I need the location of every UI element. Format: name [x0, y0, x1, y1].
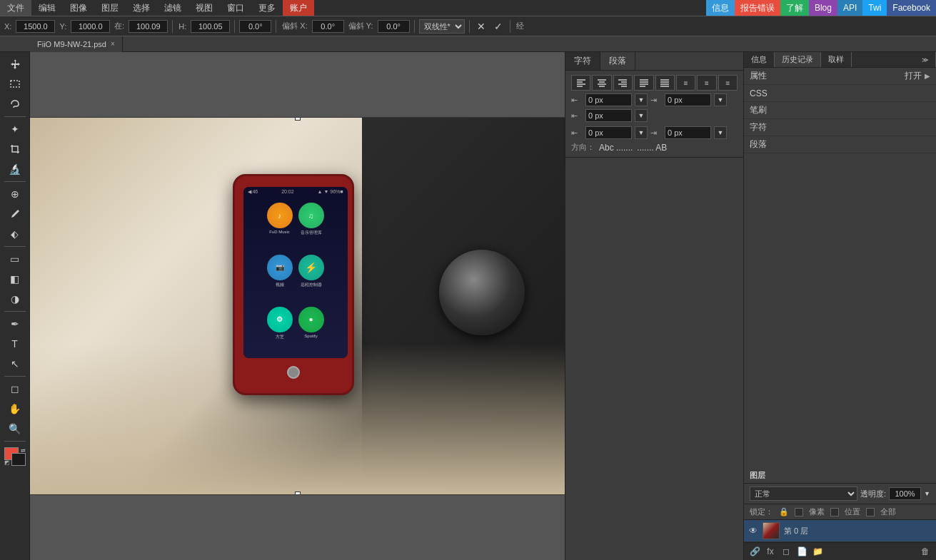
tab-info[interactable]: 信息 — [744, 52, 775, 67]
tool-eyedropper[interactable]: 🔬 — [3, 160, 27, 178]
align-justify[interactable] — [634, 75, 653, 91]
nav-more[interactable]: 更多 — [251, 0, 283, 16]
tool-move[interactable] — [3, 55, 27, 73]
nav-select[interactable]: 选择 — [126, 0, 157, 16]
toolbar-confirm-btn[interactable]: ✓ — [491, 19, 505, 34]
align-left[interactable] — [571, 75, 590, 91]
indent-right-input[interactable] — [665, 93, 711, 106]
nav-filter[interactable]: 滤镜 — [157, 0, 188, 16]
nav-edit[interactable]: 编辑 — [31, 0, 63, 16]
toolbar-skewy-input[interactable] — [378, 20, 410, 33]
tab-paragraph[interactable]: 段落 — [600, 52, 635, 70]
prop-attributes[interactable]: 属性 打开 ▶ — [744, 68, 936, 85]
opacity-input[interactable] — [889, 487, 921, 500]
lock-all-check[interactable] — [866, 508, 875, 516]
align-justify-3[interactable]: ≡ — [697, 75, 716, 91]
space-a-input[interactable] — [585, 126, 632, 139]
tool-gradient[interactable]: ◧ — [3, 270, 27, 288]
handle-bottom-middle[interactable] — [295, 492, 301, 494]
tab-close-icon[interactable]: × — [111, 40, 115, 48]
space-before-dropdown[interactable]: ▼ — [635, 109, 648, 122]
nav-account[interactable]: 账户 — [283, 0, 314, 16]
layer-folder-btn[interactable]: 📁 — [811, 545, 824, 558]
align-justify-all[interactable] — [655, 75, 675, 91]
tool-hand[interactable]: ✋ — [3, 399, 27, 418]
btn-facebook[interactable]: Facebook — [887, 0, 936, 16]
tool-stamp[interactable]: ⬖ — [3, 225, 27, 243]
toolbar-cancel-btn[interactable]: ✕ — [474, 19, 488, 34]
tab-character[interactable]: 字符 — [565, 52, 600, 70]
tool-select-rect[interactable] — [3, 75, 27, 93]
layer-delete-btn[interactable]: 🗑 — [919, 545, 932, 558]
align-justify-4[interactable]: ≡ — [718, 75, 738, 91]
toolbar-h-input[interactable] — [191, 20, 230, 33]
lock-position-check[interactable] — [830, 508, 839, 516]
toolbar-in-input[interactable] — [129, 20, 168, 33]
layer-eye-icon[interactable]: 👁 — [748, 526, 758, 536]
layer-fx-btn[interactable]: fx — [764, 545, 777, 558]
tool-text[interactable]: T — [3, 335, 27, 353]
tool-path-select[interactable]: ↖ — [3, 355, 27, 373]
prop-css[interactable]: CSS — [744, 85, 936, 102]
tool-dodge[interactable]: ◑ — [3, 290, 27, 308]
btn-twi[interactable]: Twi — [862, 0, 887, 16]
lt-sep4 — [4, 311, 26, 312]
prop-char[interactable]: 字符 — [744, 119, 936, 136]
color-reset-icon[interactable]: ◩ — [4, 459, 10, 466]
space-b-input[interactable] — [665, 126, 711, 139]
btn-blog[interactable]: Blog — [809, 0, 837, 16]
tool-shape[interactable]: ◻ — [3, 380, 27, 398]
indent-right-dropdown[interactable]: ▼ — [714, 93, 727, 106]
lt-sep3 — [4, 246, 26, 247]
toolbar-y-input[interactable] — [71, 20, 110, 33]
tool-eraser[interactable]: ▭ — [3, 250, 27, 268]
space-b-dropdown[interactable]: ▼ — [714, 126, 727, 139]
indent-left-dropdown[interactable]: ▼ — [635, 93, 648, 106]
prop-para[interactable]: 段落 — [744, 136, 936, 153]
toolbar-angle-input[interactable] — [239, 20, 271, 33]
indent-left-input[interactable] — [585, 93, 632, 106]
background-color[interactable] — [11, 453, 26, 466]
layer-add-btn[interactable]: 📄 — [795, 545, 808, 558]
btn-report[interactable]: 报告错误 — [735, 0, 780, 16]
layers-title: 图层 — [750, 470, 765, 481]
tab-sample[interactable]: 取样 — [821, 52, 852, 67]
nav-window[interactable]: 窗口 — [220, 0, 251, 16]
tool-zoom[interactable]: 🔍 — [3, 419, 27, 438]
tool-pen[interactable]: ✒ — [3, 315, 27, 333]
nav-image[interactable]: 图像 — [63, 0, 94, 16]
canvas-image: ◀ 46 20:02 ▲ ▼ 96%■ ♪ FuD Music ♫ — [30, 118, 565, 494]
prop-brush[interactable]: 笔刷 — [744, 102, 936, 119]
layer-item-0[interactable]: 👁 第 0 层 — [744, 520, 936, 542]
tab-fiio[interactable]: FiiO M9-NW-21.psd × — [30, 36, 123, 52]
handle-top-middle[interactable] — [295, 118, 301, 121]
space-a-dropdown[interactable]: ▼ — [635, 126, 648, 139]
nav-view[interactable]: 视图 — [188, 0, 220, 16]
space-before-input[interactable] — [585, 109, 632, 122]
tab-history[interactable]: 历史记录 — [775, 52, 821, 67]
layer-mask-btn[interactable]: ◻ — [780, 545, 792, 558]
color-swatches[interactable]: ⇄ ◩ — [4, 447, 26, 466]
btn-api[interactable]: API — [837, 0, 862, 16]
tool-brush[interactable] — [3, 205, 27, 223]
align-center[interactable] — [592, 75, 611, 91]
btn-learn[interactable]: 了解 — [780, 0, 809, 16]
tool-crop[interactable] — [3, 140, 27, 158]
color-switch-icon[interactable]: ⇄ — [21, 447, 26, 454]
tool-magic-wand[interactable]: ✦ — [3, 120, 27, 138]
toolbar-skewx-input[interactable] — [312, 20, 344, 33]
align-justify-2[interactable]: ≡ — [676, 75, 695, 91]
btn-info[interactable]: 信息 — [706, 0, 735, 16]
layer-mode-select[interactable]: 正常 — [750, 487, 857, 501]
toolbar-mode-select[interactable]: 双线性* — [419, 19, 465, 34]
layer-link-btn[interactable]: 🔗 — [748, 545, 761, 558]
toolbar-x-input[interactable] — [16, 20, 55, 33]
tool-lasso[interactable] — [3, 95, 27, 113]
lock-pixel-check[interactable] — [795, 508, 803, 516]
opacity-dropdown[interactable]: ▼ — [924, 490, 930, 497]
collapse-btn[interactable]: ≫ — [915, 52, 936, 67]
align-right[interactable] — [613, 75, 633, 91]
nav-layer[interactable]: 图层 — [94, 0, 126, 16]
tool-heal[interactable]: ⊕ — [3, 185, 27, 203]
nav-file[interactable]: 文件 — [0, 0, 31, 16]
